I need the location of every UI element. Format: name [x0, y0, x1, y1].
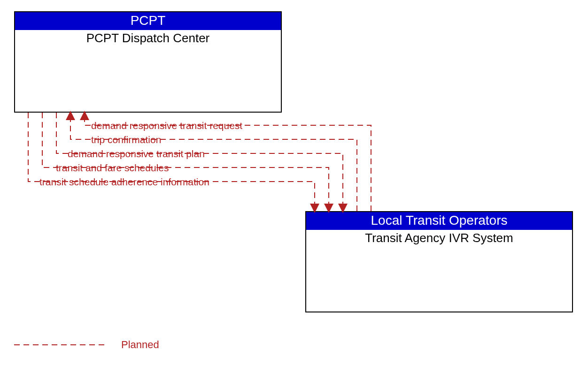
flow-label-5: transit schedule adherence information: [38, 176, 211, 188]
ivr-box: Local Transit Operators Transit Agency I…: [305, 211, 573, 312]
pcpt-box: PCPT PCPT Dispatch Center: [14, 11, 282, 113]
flow-label-1: demand responsive transit request: [89, 120, 244, 131]
pcpt-title: PCPT Dispatch Center: [15, 30, 281, 46]
flow-label-3: demand responsive transit plan: [66, 148, 207, 160]
ivr-header: Local Transit Operators: [306, 212, 572, 230]
legend-planned-label: Planned: [121, 339, 159, 351]
pcpt-header: PCPT: [15, 12, 281, 30]
flow-label-2: trip confirmation: [89, 134, 163, 145]
ivr-title: Transit Agency IVR System: [306, 230, 572, 245]
flow-label-4: transit and fare schedules: [54, 162, 170, 174]
